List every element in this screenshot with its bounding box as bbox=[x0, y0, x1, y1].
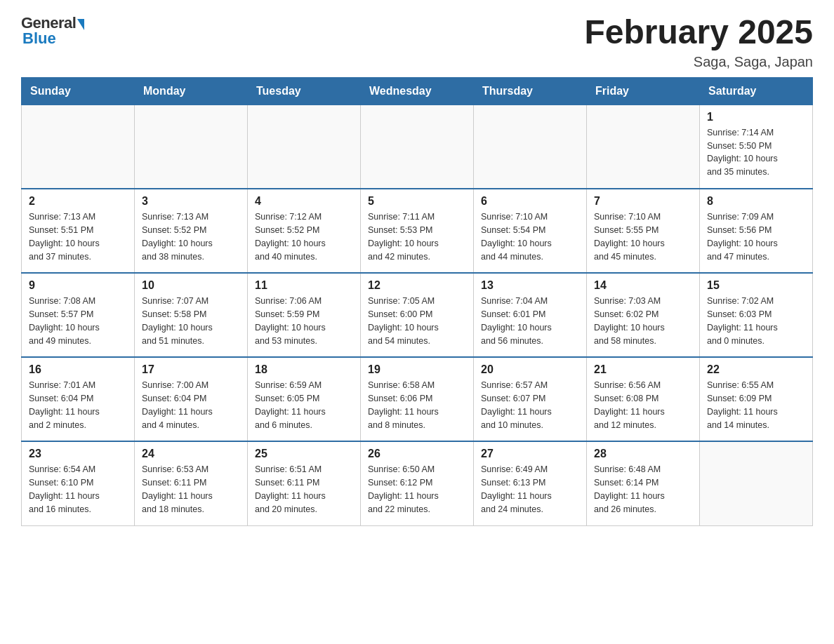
day-number: 18 bbox=[255, 363, 353, 376]
day-cell: 21Sunrise: 6:56 AM Sunset: 6:08 PM Dayli… bbox=[587, 357, 700, 441]
week-row-2: 2Sunrise: 7:13 AM Sunset: 5:51 PM Daylig… bbox=[22, 189, 813, 273]
day-number: 8 bbox=[707, 195, 805, 208]
day-cell: 24Sunrise: 6:53 AM Sunset: 6:11 PM Dayli… bbox=[135, 441, 248, 525]
day-number: 1 bbox=[707, 111, 805, 123]
day-cell: 3Sunrise: 7:13 AM Sunset: 5:52 PM Daylig… bbox=[135, 189, 248, 273]
day-info: Sunrise: 6:54 AM Sunset: 6:10 PM Dayligh… bbox=[29, 463, 127, 516]
day-info: Sunrise: 7:13 AM Sunset: 5:52 PM Dayligh… bbox=[142, 210, 240, 263]
day-number: 11 bbox=[255, 279, 353, 292]
day-info: Sunrise: 7:04 AM Sunset: 6:01 PM Dayligh… bbox=[481, 295, 579, 347]
day-cell: 8Sunrise: 7:09 AM Sunset: 5:56 PM Daylig… bbox=[700, 189, 813, 273]
week-row-5: 23Sunrise: 6:54 AM Sunset: 6:10 PM Dayli… bbox=[22, 441, 813, 525]
day-cell: 15Sunrise: 7:02 AM Sunset: 6:03 PM Dayli… bbox=[700, 273, 813, 357]
day-info: Sunrise: 7:12 AM Sunset: 5:52 PM Dayligh… bbox=[255, 210, 353, 263]
day-cell bbox=[248, 105, 361, 189]
day-info: Sunrise: 6:59 AM Sunset: 6:05 PM Dayligh… bbox=[255, 379, 353, 431]
logo-arrow-icon bbox=[77, 19, 84, 30]
day-cell: 20Sunrise: 6:57 AM Sunset: 6:07 PM Dayli… bbox=[474, 357, 587, 441]
day-cell: 10Sunrise: 7:07 AM Sunset: 5:58 PM Dayli… bbox=[135, 273, 248, 357]
day-number: 3 bbox=[142, 195, 240, 208]
day-number: 24 bbox=[142, 448, 240, 460]
day-info: Sunrise: 6:55 AM Sunset: 6:09 PM Dayligh… bbox=[707, 379, 805, 431]
day-info: Sunrise: 7:09 AM Sunset: 5:56 PM Dayligh… bbox=[707, 210, 805, 263]
day-number: 12 bbox=[368, 279, 466, 292]
day-info: Sunrise: 7:10 AM Sunset: 5:55 PM Dayligh… bbox=[594, 210, 692, 263]
day-info: Sunrise: 6:58 AM Sunset: 6:06 PM Dayligh… bbox=[368, 379, 466, 431]
week-row-3: 9Sunrise: 7:08 AM Sunset: 5:57 PM Daylig… bbox=[22, 273, 813, 357]
day-number: 10 bbox=[142, 279, 240, 292]
day-info: Sunrise: 6:49 AM Sunset: 6:13 PM Dayligh… bbox=[481, 463, 579, 516]
day-cell: 12Sunrise: 7:05 AM Sunset: 6:00 PM Dayli… bbox=[361, 273, 474, 357]
day-number: 2 bbox=[29, 195, 127, 208]
week-row-1: 1Sunrise: 7:14 AM Sunset: 5:50 PM Daylig… bbox=[22, 105, 813, 189]
day-cell: 13Sunrise: 7:04 AM Sunset: 6:01 PM Dayli… bbox=[474, 273, 587, 357]
day-number: 16 bbox=[29, 363, 127, 376]
day-cell: 6Sunrise: 7:10 AM Sunset: 5:54 PM Daylig… bbox=[474, 189, 587, 273]
week-row-4: 16Sunrise: 7:01 AM Sunset: 6:04 PM Dayli… bbox=[22, 357, 813, 441]
day-info: Sunrise: 7:02 AM Sunset: 6:03 PM Dayligh… bbox=[707, 295, 805, 347]
day-info: Sunrise: 6:51 AM Sunset: 6:11 PM Dayligh… bbox=[255, 463, 353, 516]
day-cell: 27Sunrise: 6:49 AM Sunset: 6:13 PM Dayli… bbox=[474, 441, 587, 525]
day-number: 6 bbox=[481, 195, 579, 208]
title-section: February 2025 Saga, Saga, Japan bbox=[584, 14, 813, 70]
calendar-subtitle: Saga, Saga, Japan bbox=[584, 54, 813, 70]
day-number: 20 bbox=[481, 363, 579, 376]
header-sunday: Sunday bbox=[22, 77, 135, 105]
day-cell: 16Sunrise: 7:01 AM Sunset: 6:04 PM Dayli… bbox=[22, 357, 135, 441]
header-saturday: Saturday bbox=[700, 77, 813, 105]
day-number: 19 bbox=[368, 363, 466, 376]
day-number: 14 bbox=[594, 279, 692, 292]
day-number: 13 bbox=[481, 279, 579, 292]
day-cell: 7Sunrise: 7:10 AM Sunset: 5:55 PM Daylig… bbox=[587, 189, 700, 273]
day-cell: 9Sunrise: 7:08 AM Sunset: 5:57 PM Daylig… bbox=[22, 273, 135, 357]
day-cell: 14Sunrise: 7:03 AM Sunset: 6:02 PM Dayli… bbox=[587, 273, 700, 357]
day-info: Sunrise: 7:13 AM Sunset: 5:51 PM Dayligh… bbox=[29, 210, 127, 263]
day-cell: 5Sunrise: 7:11 AM Sunset: 5:53 PM Daylig… bbox=[361, 189, 474, 273]
header-monday: Monday bbox=[135, 77, 248, 105]
day-info: Sunrise: 7:11 AM Sunset: 5:53 PM Dayligh… bbox=[368, 210, 466, 263]
day-number: 28 bbox=[594, 448, 692, 460]
page-header: General Blue February 2025 Saga, Saga, J… bbox=[21, 14, 813, 70]
day-number: 4 bbox=[255, 195, 353, 208]
day-cell bbox=[22, 105, 135, 189]
day-info: Sunrise: 6:57 AM Sunset: 6:07 PM Dayligh… bbox=[481, 379, 579, 431]
day-info: Sunrise: 7:08 AM Sunset: 5:57 PM Dayligh… bbox=[29, 295, 127, 347]
day-cell: 28Sunrise: 6:48 AM Sunset: 6:14 PM Dayli… bbox=[587, 441, 700, 525]
day-info: Sunrise: 7:14 AM Sunset: 5:50 PM Dayligh… bbox=[707, 126, 805, 179]
day-cell: 23Sunrise: 6:54 AM Sunset: 6:10 PM Dayli… bbox=[22, 441, 135, 525]
day-cell bbox=[135, 105, 248, 189]
day-info: Sunrise: 6:48 AM Sunset: 6:14 PM Dayligh… bbox=[594, 463, 692, 516]
day-cell: 19Sunrise: 6:58 AM Sunset: 6:06 PM Dayli… bbox=[361, 357, 474, 441]
day-cell: 18Sunrise: 6:59 AM Sunset: 6:05 PM Dayli… bbox=[248, 357, 361, 441]
day-info: Sunrise: 7:07 AM Sunset: 5:58 PM Dayligh… bbox=[142, 295, 240, 347]
day-number: 17 bbox=[142, 363, 240, 376]
day-number: 15 bbox=[707, 279, 805, 292]
day-info: Sunrise: 6:53 AM Sunset: 6:11 PM Dayligh… bbox=[142, 463, 240, 516]
day-cell: 25Sunrise: 6:51 AM Sunset: 6:11 PM Dayli… bbox=[248, 441, 361, 525]
day-number: 26 bbox=[368, 448, 466, 460]
day-number: 5 bbox=[368, 195, 466, 208]
day-cell bbox=[700, 441, 813, 525]
day-cell: 11Sunrise: 7:06 AM Sunset: 5:59 PM Dayli… bbox=[248, 273, 361, 357]
calendar-table: SundayMondayTuesdayWednesdayThursdayFrid… bbox=[21, 77, 813, 526]
day-info: Sunrise: 7:01 AM Sunset: 6:04 PM Dayligh… bbox=[29, 379, 127, 431]
day-number: 25 bbox=[255, 448, 353, 460]
day-cell: 22Sunrise: 6:55 AM Sunset: 6:09 PM Dayli… bbox=[700, 357, 813, 441]
logo: General Blue bbox=[21, 14, 84, 48]
day-cell: 4Sunrise: 7:12 AM Sunset: 5:52 PM Daylig… bbox=[248, 189, 361, 273]
day-info: Sunrise: 6:56 AM Sunset: 6:08 PM Dayligh… bbox=[594, 379, 692, 431]
logo-blue-text: Blue bbox=[22, 29, 56, 48]
day-number: 21 bbox=[594, 363, 692, 376]
day-info: Sunrise: 7:06 AM Sunset: 5:59 PM Dayligh… bbox=[255, 295, 353, 347]
header-tuesday: Tuesday bbox=[248, 77, 361, 105]
header-friday: Friday bbox=[587, 77, 700, 105]
day-info: Sunrise: 7:05 AM Sunset: 6:00 PM Dayligh… bbox=[368, 295, 466, 347]
day-cell bbox=[361, 105, 474, 189]
day-number: 7 bbox=[594, 195, 692, 208]
calendar-header: SundayMondayTuesdayWednesdayThursdayFrid… bbox=[22, 77, 813, 105]
calendar-body: 1Sunrise: 7:14 AM Sunset: 5:50 PM Daylig… bbox=[22, 105, 813, 525]
header-wednesday: Wednesday bbox=[361, 77, 474, 105]
day-number: 27 bbox=[481, 448, 579, 460]
day-info: Sunrise: 6:50 AM Sunset: 6:12 PM Dayligh… bbox=[368, 463, 466, 516]
calendar-title: February 2025 bbox=[584, 14, 813, 51]
